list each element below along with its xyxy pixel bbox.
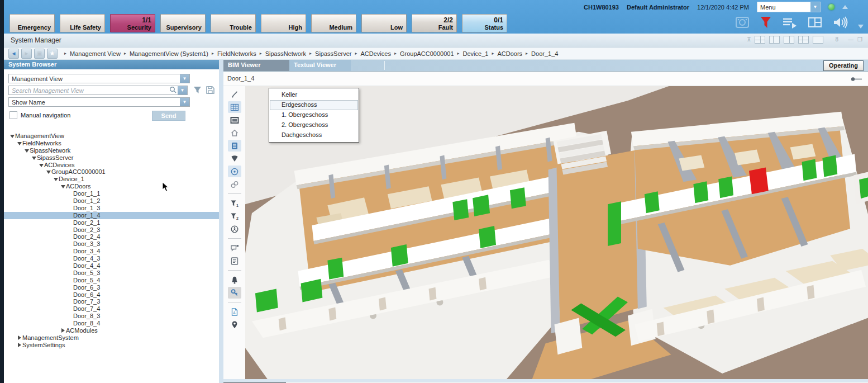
tree-item-groupacc0000001[interactable]: GroupACC0000001 (4, 168, 219, 176)
tree-item-door_5_4[interactable]: Door_5_4 (4, 277, 219, 284)
status-button-trouble[interactable]: Trouble (211, 14, 256, 32)
badge-reader-icon[interactable] (735, 16, 750, 29)
forward-button[interactable]: ► (21, 49, 32, 59)
breadcrumb-item[interactable]: ACDevices (361, 50, 391, 57)
comment-icon[interactable] (228, 242, 241, 254)
door-status-marker[interactable] (510, 187, 526, 209)
document-icon[interactable]: A (228, 306, 241, 318)
door-status-marker[interactable] (645, 191, 660, 213)
layout-single-icon[interactable] (813, 36, 823, 44)
status-button-fault[interactable]: 2/2Fault (412, 14, 457, 32)
pin-window-icon[interactable]: 8 (835, 36, 838, 44)
tree-item-door_8_4[interactable]: Door_8_4 (4, 320, 219, 327)
floor-selector-icon[interactable] (228, 140, 241, 152)
minimize-icon[interactable]: — (848, 36, 853, 44)
tree-item-door_2_4[interactable]: Door_2_4 (4, 233, 219, 240)
door-status-marker[interactable] (822, 155, 837, 177)
tree-item-acdoors[interactable]: ACDoors (4, 183, 219, 190)
search-icon[interactable] (169, 86, 177, 94)
tree-item-door_7_3[interactable]: Door_7_3 (4, 298, 219, 305)
event-filter-icon[interactable] (760, 16, 772, 29)
freehand-marker-icon[interactable] (228, 88, 241, 100)
restore-icon[interactable]: ❐ (857, 36, 862, 44)
tree-item-door_3_4[interactable]: Door_3_4 (4, 248, 219, 255)
report-icon[interactable] (228, 255, 241, 267)
tree-item-door_2_1[interactable]: Door_2_1 (4, 219, 219, 226)
screen-view-icon[interactable] (228, 114, 241, 126)
breadcrumb-item[interactable]: GroupACC0000001 (400, 50, 454, 57)
collapse-panes-icon[interactable]: ⊼ (747, 36, 751, 44)
save-filter-icon[interactable] (206, 86, 214, 95)
tree-item-acdevices[interactable]: ACDevices (4, 162, 219, 169)
view-cone-icon[interactable] (228, 153, 241, 164)
alarm-bell-icon[interactable] (228, 274, 241, 286)
breadcrumb-item[interactable]: Device_1 (463, 50, 489, 57)
back-button[interactable]: ◄ (8, 49, 19, 59)
door-status-marker[interactable] (479, 226, 496, 248)
tree-item-fieldnetworks[interactable]: FieldNetworks (4, 140, 219, 147)
tree-collapsed-icon[interactable] (60, 327, 66, 334)
door-status-marker[interactable] (802, 159, 817, 181)
breadcrumb-item[interactable]: ACDoors (497, 50, 522, 57)
history-button[interactable]: ▣ (34, 49, 45, 59)
filter-2-icon[interactable]: 2 (228, 210, 241, 222)
tree-expanded-icon[interactable] (39, 162, 44, 169)
tree-item-door_7_4[interactable]: Door_7_4 (4, 305, 219, 313)
event-list-run-icon[interactable] (782, 16, 798, 29)
layout-split-icon[interactable] (798, 36, 809, 44)
home-view-icon[interactable] (228, 127, 241, 139)
layout-right-pane-icon[interactable] (784, 36, 794, 44)
tree-item-sipassnetwork[interactable]: SipassNetwork (4, 147, 219, 154)
door-status-marker[interactable] (391, 244, 408, 267)
status-button-low[interactable]: Low (361, 14, 407, 32)
door-status-marker[interactable] (693, 181, 708, 203)
search-input[interactable]: Search Management View ▼ (8, 86, 188, 95)
search-dropdown-arrow-icon[interactable]: ▼ (178, 86, 187, 94)
tree-expanded-icon[interactable] (9, 133, 15, 140)
selection-circle-icon[interactable] (228, 166, 241, 177)
tree-item-door_1_3[interactable]: Door_1_3 (4, 205, 219, 212)
panel-splitter[interactable] (219, 60, 223, 383)
status-button-supervisory[interactable]: Supervisory (160, 14, 206, 32)
collapse-band-icon[interactable] (842, 5, 848, 9)
send-button[interactable]: Send (152, 111, 185, 121)
display-mode-arrow-icon[interactable]: ▼ (180, 98, 189, 106)
expand-band-icon[interactable] (858, 25, 864, 29)
layout-panes-icon[interactable] (808, 16, 822, 29)
display-mode-selector[interactable]: Show Name ▼ (8, 97, 190, 107)
filter-icon[interactable] (193, 86, 202, 95)
status-button-high[interactable]: High (261, 14, 306, 32)
bim-canvas[interactable]: KellerErdgeschoss1. Obergeschoss2. Oberg… (245, 86, 868, 379)
menu-dropdown-arrow-icon[interactable]: ▼ (810, 2, 820, 12)
tree-item-door_6_3[interactable]: Door_6_3 (4, 284, 219, 291)
tree-expanded-icon[interactable] (46, 168, 51, 176)
floor-item-erdgeschoss[interactable]: Erdgeschoss (270, 100, 358, 110)
breadcrumb-item[interactable]: ManagementView (System1) (130, 50, 208, 57)
pane-handle-icon[interactable] (850, 77, 862, 81)
tree-item-door_5_3[interactable]: Door_5_3 (4, 269, 219, 277)
tree-expanded-icon[interactable] (31, 154, 37, 162)
status-button-life-safety[interactable]: Life Safety (60, 14, 105, 32)
manual-navigation-checkbox[interactable] (9, 111, 17, 119)
floor-item-keller[interactable]: Keller (270, 90, 358, 100)
tree-item-door_4_3[interactable]: Door_4_3 (4, 255, 219, 262)
floor-item-1-obergeschoss[interactable]: 1. Obergeschoss (270, 110, 358, 120)
breadcrumb-item[interactable]: SipassNetwork (265, 50, 306, 57)
breadcrumb-item[interactable]: Management View (70, 50, 121, 57)
tree-item-acmodules[interactable]: ACModules (4, 327, 219, 334)
breadcrumb-item[interactable]: SipassServer (315, 50, 351, 57)
door-status-marker[interactable] (327, 258, 344, 280)
key-icon[interactable] (228, 287, 241, 299)
tree-expanded-icon[interactable] (53, 176, 59, 183)
tree-item-door_1_2[interactable]: Door_1_2 (4, 197, 219, 205)
door-status-marker[interactable] (718, 176, 733, 198)
tree-item-managementsystem[interactable]: ManagementSystem (4, 334, 219, 342)
layout-left-pane-icon[interactable] (769, 36, 780, 44)
location-pin-icon[interactable] (228, 319, 241, 330)
view-selector-arrow-icon[interactable]: ▼ (180, 74, 189, 83)
main-menu-dropdown[interactable]: Menu ▼ (757, 2, 821, 12)
horizontal-scrollbar[interactable] (223, 379, 868, 383)
favorites-button[interactable]: ★ (47, 49, 58, 59)
tree-item-sipassserver[interactable]: SipassServer (4, 154, 219, 162)
breadcrumb-item[interactable]: Door_1_4 (531, 50, 558, 57)
